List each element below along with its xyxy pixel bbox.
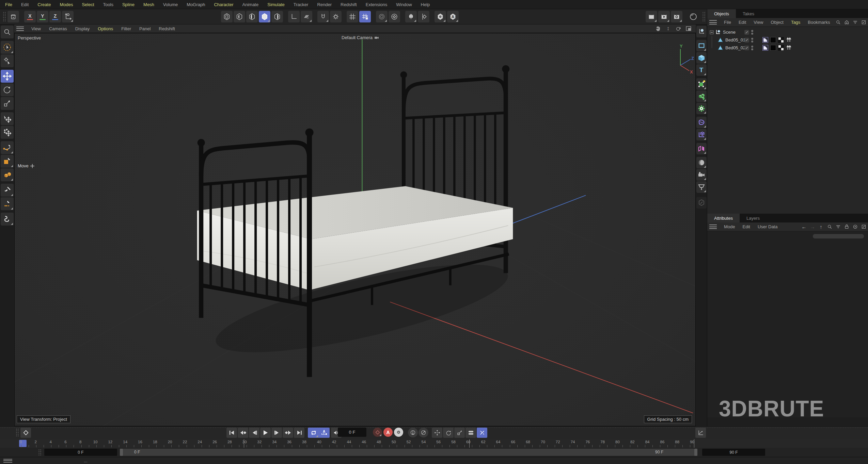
effector-gear-icon[interactable] [696,103,707,114]
menu-item[interactable]: Simulate [263,0,289,9]
object-manager-menu-item[interactable]: View [750,18,767,26]
add-marker-button[interactable] [20,428,31,438]
play-sound-range-button[interactable]: A [319,428,329,438]
grid-toggle-icon[interactable] [347,11,358,22]
spline-pen-icon[interactable] [1,141,14,154]
axis-modify-icon[interactable] [288,11,300,22]
am-target-icon[interactable] [852,224,858,230]
mode-hexagon-icon[interactable] [435,11,446,22]
render-settings-button[interactable] [671,11,682,22]
symmetry-object-icon[interactable] [696,143,707,154]
solo-single-icon[interactable] [234,11,245,22]
object-manager-menu-item[interactable]: Tags [787,18,804,26]
range-drag-handle[interactable] [38,449,42,455]
object-label[interactable]: Bed05_01 [723,37,745,43]
key-objects-toggle[interactable] [408,428,418,437]
render-picture-viewer-button[interactable] [658,11,670,22]
am-search-icon[interactable] [826,224,833,230]
range-start-handle[interactable] [120,449,123,456]
object-label[interactable]: Scene [721,30,736,35]
tab-layers[interactable]: Layers [740,214,767,222]
autokey-button[interactable]: A [383,428,393,437]
solo-selection-icon[interactable] [259,11,270,22]
preview-range-slider[interactable]: 0 F 90 F [120,449,697,456]
scale-tool-icon[interactable] [1,97,14,110]
am-lock-icon[interactable] [843,224,850,230]
om-edit-icon[interactable] [861,19,867,26]
menu-item[interactable]: Character [209,0,238,9]
x-axis-lock-button[interactable]: X [24,11,36,22]
environment-object-icon[interactable] [696,157,707,168]
range-start-input[interactable]: 0 F [44,449,117,456]
camera-object-icon[interactable] [696,169,707,181]
snap-magnet-icon[interactable] [317,11,329,22]
current-frame-field[interactable]: 0 F [338,428,366,437]
viewport-menu-item[interactable]: Panel [135,25,155,33]
om-search-icon[interactable] [835,19,841,26]
material-sphere-icon[interactable] [688,11,699,22]
next-frame-button[interactable] [271,428,282,438]
viewport-menu-item[interactable]: Redshift [155,25,179,33]
fcurve-mode-button[interactable] [695,428,706,438]
mode-animate-icon[interactable]: A [447,11,459,22]
key-scale-toggle[interactable] [454,428,465,438]
attribute-manager-menu-item[interactable]: User Data [754,223,782,231]
phong-tag-icon[interactable] [762,45,768,51]
layer-pencil-toggle[interactable] [744,45,749,51]
symmetry-butterfly-icon[interactable] [405,11,417,22]
simulate-move-icon[interactable] [1,126,14,139]
field-object-icon[interactable] [696,117,707,128]
material-edit-icon[interactable] [696,197,707,209]
om-home-icon[interactable] [843,19,850,26]
key-hierarchy-toggle[interactable] [419,428,428,437]
texture-checker-tag-icon[interactable] [778,45,784,51]
next-key-button[interactable] [283,428,293,438]
goto-start-button[interactable] [226,428,237,438]
text-object-icon[interactable]: T [696,64,707,76]
select-move-icon[interactable] [1,112,14,125]
solo-off-icon[interactable] [221,11,233,22]
menu-item[interactable]: File [1,0,17,9]
viewport-menu-item[interactable]: Display [71,25,94,33]
attributes-scrollbar[interactable] [813,234,864,238]
am-up-icon[interactable]: ↑ [818,224,824,230]
goto-end-button[interactable] [294,428,304,438]
layer-pencil-toggle[interactable] [744,37,749,43]
object-manager-menu-item[interactable]: Bookmarks [804,18,834,26]
am-forward-icon[interactable]: → [809,224,816,230]
object-manager-menu-item[interactable]: File [720,18,735,26]
spline-rectangle-icon[interactable] [696,40,707,51]
viewport-menu-item[interactable]: Options [94,25,117,33]
brush-tool-icon[interactable] [1,184,14,197]
object-manager-menu-icon[interactable] [709,20,717,24]
cube-object-icon[interactable] [696,52,707,64]
attribute-manager-menu-icon[interactable] [709,225,717,229]
symmetry-settings-icon[interactable] [418,11,429,22]
loop-playback-button[interactable] [308,428,319,438]
menu-item[interactable]: Help [416,0,435,9]
tab-attributes[interactable]: Attributes [707,214,740,222]
sketch-tool-icon[interactable] [1,213,14,226]
prev-key-button[interactable] [238,428,248,438]
subdivision-surface-icon[interactable] [696,78,707,90]
menu-item[interactable]: Modes [55,0,77,9]
texture-checker-tag-icon[interactable] [778,37,784,43]
viewport-menu-item[interactable]: Cameras [45,25,71,33]
prev-frame-button[interactable] [249,428,259,438]
viewport-menu-item[interactable]: View [27,25,45,33]
menu-item[interactable]: Edit [17,0,33,9]
quantize-icon[interactable] [376,11,388,22]
menu-item[interactable]: Animate [238,0,263,9]
z-axis-lock-button[interactable]: Z [49,11,61,22]
object-manager-menu-item[interactable]: Edit [735,18,750,26]
menu-item[interactable]: Select [77,0,98,9]
workplane-icon[interactable] [301,11,312,22]
rotate-tool-icon[interactable] [1,83,14,96]
menu-item[interactable]: Tracker [289,0,313,9]
stage-object-icon[interactable] [696,181,707,193]
menu-item[interactable]: Window [392,0,416,9]
axis-gizmo[interactable]: Y Z X [669,44,694,76]
menu-item[interactable]: Create [33,0,55,9]
live-selection-icon[interactable] [1,41,14,54]
am-filter-icon[interactable] [835,224,841,230]
